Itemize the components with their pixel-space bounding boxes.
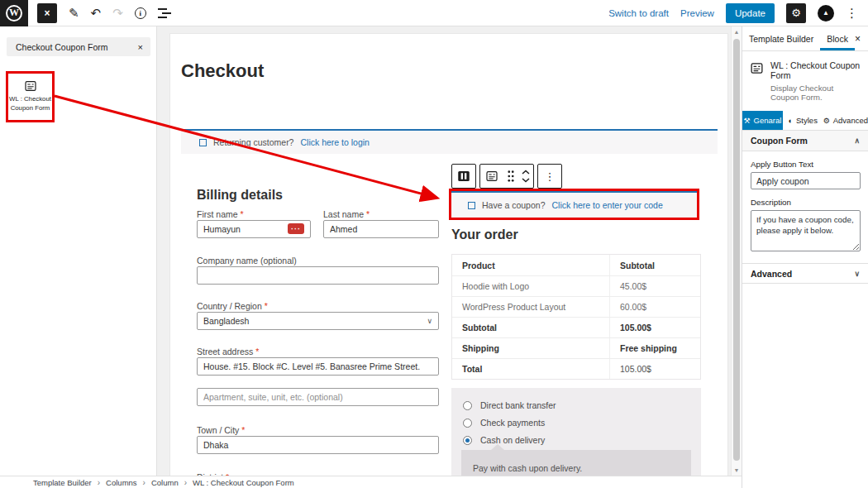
coupon-form-block-icon xyxy=(750,61,764,75)
country-value: Bangladesh xyxy=(203,316,249,326)
scroll-up-icon[interactable]: ▲ xyxy=(732,29,742,35)
block-info-card: WL : Checkout Coupon Form Display Checko… xyxy=(742,51,868,111)
chevron-up-icon: ∧ xyxy=(854,136,860,145)
block-options-button[interactable]: ⋮ xyxy=(538,165,561,188)
wordpress-logo-button[interactable]: W xyxy=(0,0,28,26)
breadcrumb-columns[interactable]: Columns xyxy=(106,478,137,487)
info-icon: i xyxy=(139,9,141,17)
payment-method-option[interactable]: Direct bank transfer xyxy=(463,388,701,410)
list-view-button[interactable] xyxy=(158,8,171,18)
coupon-form-panel-header[interactable]: Coupon Form ∧ xyxy=(742,131,868,151)
tab-styles[interactable]: ◐ Styles xyxy=(783,111,823,130)
breadcrumb-current-block[interactable]: WL : Checkout Coupon Form xyxy=(193,478,294,487)
block-settings-tabs: ⚒ Genaral ◐ Styles ⚙ Advanced xyxy=(742,111,868,131)
close-icon: × xyxy=(138,42,143,52)
description-label: Description xyxy=(751,198,860,207)
table-row: Shipping Free shipping xyxy=(452,337,700,358)
wordpress-logo-icon: W xyxy=(6,5,22,22)
coupon-form-block-icon xyxy=(24,79,37,93)
coupon-notice-text: Have a coupon? xyxy=(482,200,545,210)
block-description: Display Checkout Coupon Form. xyxy=(770,84,861,102)
drag-handle-icon xyxy=(506,170,516,183)
required-mark: * xyxy=(255,347,259,356)
clear-search-button[interactable]: × xyxy=(138,42,143,52)
redo-button[interactable]: ↷ xyxy=(112,7,123,19)
payment-note-text: Pay with cash upon delivery. xyxy=(473,463,582,473)
radio-button[interactable] xyxy=(463,401,472,410)
breadcrumb: Template Builder › Columns › Column › WL… xyxy=(0,476,742,488)
checkout-page-preview: Checkout Returning customer? Click here … xyxy=(169,33,728,476)
enter-coupon-link[interactable]: Click here to enter your code xyxy=(551,200,662,210)
close-sidebar-button[interactable]: × xyxy=(855,33,861,45)
town-city-label: Town / City * xyxy=(197,425,245,435)
info-box-icon xyxy=(199,139,207,146)
preview-link[interactable]: Preview xyxy=(680,8,714,18)
block-type-button[interactable] xyxy=(480,165,503,188)
tab-advanced[interactable]: ⚙ Advanced xyxy=(823,111,868,130)
required-mark: * xyxy=(241,425,245,435)
breadcrumb-separator: › xyxy=(184,478,187,487)
company-name-input[interactable] xyxy=(197,266,439,285)
options-menu-button[interactable]: ⋮ xyxy=(846,6,858,21)
apartment-input[interactable] xyxy=(197,388,439,406)
styles-icon: ◐ xyxy=(789,117,793,125)
table-header-row: Product Subtotal xyxy=(452,255,700,275)
info-box-icon xyxy=(468,202,475,209)
canvas-scrollbar[interactable]: ▲ ▼ xyxy=(731,26,742,476)
payment-method-description-box: Pay with cash upon delivery. xyxy=(461,450,691,476)
select-parent-columns-button[interactable] xyxy=(452,165,475,188)
undo-button[interactable]: ↶ xyxy=(91,7,102,19)
update-button[interactable]: Update xyxy=(726,3,775,23)
table-row: Total 105.00$ xyxy=(452,358,700,379)
block-title: WL : Checkout Coupon Form xyxy=(770,60,861,80)
block-card-label: WL : Checkout Coupon Form xyxy=(9,95,52,112)
redo-icon: ↷ xyxy=(112,6,123,20)
description-textarea[interactable]: If you have a coupon code, please apply … xyxy=(751,210,861,251)
settings-toggle-button[interactable]: ⚙ xyxy=(786,3,806,23)
plugin-logo-icon: ▲ xyxy=(823,9,829,17)
chevron-down-icon: ∨ xyxy=(427,317,432,325)
login-link[interactable]: Click here to login xyxy=(300,137,369,147)
details-button[interactable]: i xyxy=(135,7,146,19)
breadcrumb-column[interactable]: Column xyxy=(151,478,179,487)
street-address-input[interactable] xyxy=(197,357,439,376)
radio-button-selected[interactable] xyxy=(463,436,472,445)
topbar-actions: Switch to draft Preview Update ⚙ ▲ ⋮ xyxy=(608,3,868,23)
tab-block[interactable]: Block xyxy=(820,26,855,50)
payment-method-option[interactable]: Check payments xyxy=(463,418,701,428)
breadcrumb-separator: › xyxy=(98,478,100,487)
autofill-extension-icon[interactable]: ··· xyxy=(288,223,304,234)
tab-template-builder[interactable]: Template Builder xyxy=(742,26,820,50)
inserter-search-bar[interactable]: × xyxy=(7,37,150,56)
block-inserter-toggle-button[interactable]: × xyxy=(37,3,57,23)
wordpress-block-editor: W × ✎ ↶ ↷ i Switch to draft Preview Upda… xyxy=(0,0,868,488)
drag-handle[interactable] xyxy=(503,165,518,188)
inserter-search-input[interactable] xyxy=(7,42,138,52)
country-select[interactable]: Bangladesh ∨ xyxy=(197,312,439,330)
breadcrumb-template-builder[interactable]: Template Builder xyxy=(33,478,92,487)
close-icon: × xyxy=(44,7,50,19)
last-name-input[interactable] xyxy=(323,220,439,238)
coupon-form-highlight-box: Have a coupon? Click here to enter your … xyxy=(449,189,699,220)
edit-mode-button[interactable]: ✎ xyxy=(69,7,79,19)
table-row: Subtotal 105.00$ xyxy=(452,317,700,337)
coupon-form-block-card[interactable]: WL : Checkout Coupon Form xyxy=(6,71,55,122)
apply-button-text-input[interactable] xyxy=(751,172,861,189)
plugin-sidebar-button[interactable]: ▲ xyxy=(818,5,834,22)
required-mark: * xyxy=(366,209,370,219)
block-inserter-panel: × WL : Checkout Coupon Form xyxy=(0,26,157,476)
advanced-panel-header[interactable]: Advanced ∨ xyxy=(742,263,868,284)
block-mover[interactable] xyxy=(518,165,533,188)
billing-details-heading: Billing details xyxy=(197,188,283,203)
scroll-down-icon[interactable]: ▼ xyxy=(732,467,742,473)
town-city-input[interactable] xyxy=(197,436,439,454)
required-mark: * xyxy=(265,301,268,311)
scrollbar-thumb[interactable] xyxy=(733,39,740,461)
editor-topbar: W × ✎ ↶ ↷ i Switch to draft Preview Upda… xyxy=(0,0,868,26)
switch-to-draft-link[interactable]: Switch to draft xyxy=(608,8,669,18)
radio-button[interactable] xyxy=(463,419,472,428)
street-address-label: Street address * xyxy=(197,347,259,356)
product-column-header: Product xyxy=(452,261,609,270)
more-options-icon: ⋮ xyxy=(846,6,858,20)
tab-general[interactable]: ⚒ Genaral xyxy=(742,111,783,130)
